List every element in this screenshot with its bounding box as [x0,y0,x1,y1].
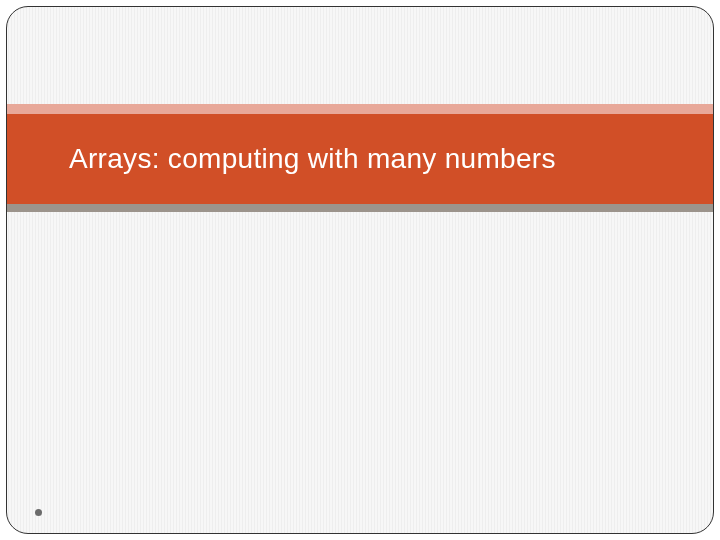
accent-stripe-bottom [7,204,713,212]
slide-title: Arrays: computing with many numbers [69,143,556,175]
slide-frame: Arrays: computing with many numbers [6,6,714,534]
accent-stripe-top [7,104,713,114]
title-band: Arrays: computing with many numbers [7,114,713,204]
bullet-icon [35,509,42,516]
